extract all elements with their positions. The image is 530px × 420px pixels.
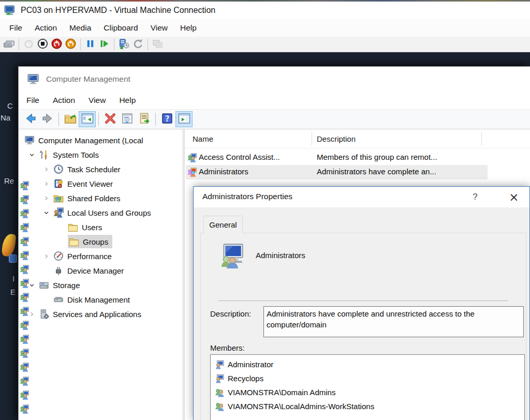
cell-description: Members of this group can remot... [317,153,437,161]
group-pc-icon [20,321,29,330]
properties-button[interactable] [119,111,136,127]
group-pc-icon [20,307,29,316]
group-pc-icon [20,265,29,274]
back-button[interactable] [22,111,39,127]
description-label: Description: [210,309,251,318]
tree-item-label: Event Viewer [67,179,113,188]
tree-item-task-scheduler[interactable]: Task Scheduler [19,162,183,176]
column-header-name[interactable]: Name [193,134,213,143]
members-label: Members: [210,343,245,352]
user-pc-icon [215,360,224,369]
forward-button[interactable] [39,111,56,127]
save-button[interactable] [64,37,78,51]
dialog-help-button[interactable]: ? [466,189,484,205]
delete-button[interactable] [101,111,119,127]
tree-item-label: Services and Applications [53,310,141,319]
reset-button[interactable] [97,37,111,51]
cm-menu-view[interactable]: View [82,91,112,109]
tree-item-storage[interactable]: Storage [19,278,183,292]
dialog-title: Administrators Properties [202,192,292,201]
description-field[interactable]: Administrators have complete and unrestr… [263,306,524,337]
list-row-access-control-assist[interactable]: Access Control Assist...Members of this … [185,151,530,165]
group-icon [215,388,224,397]
action-pane-button[interactable] [175,111,193,127]
enhanced-session-icon [152,38,163,51]
reset-icon [99,38,110,51]
disk-icon [53,294,64,305]
expander-spacer [39,295,53,304]
tree-item-performance[interactable]: Performance [19,249,183,263]
vmconnect-menu-help[interactable]: Help [174,19,203,37]
vmconnect-menu-file[interactable]: File [3,19,28,37]
list-row-administrators[interactable]: AdministratorsAdministrators have comple… [185,165,530,179]
up-folder-button[interactable] [62,111,79,127]
column-divider[interactable] [481,132,482,145]
tree-item-label: Groups [83,237,108,246]
member-row-viamonstra-localadmins-workstations[interactable]: VIAMONSTRA\LocalAdmins-WorkStations [211,399,524,413]
tree-item-groups[interactable]: Groups [19,234,183,249]
tree-item-disk-management[interactable]: Disk Management [19,292,183,307]
members-listbox[interactable]: AdministratorRecyclopsVIAMONSTRA\Domain … [210,354,525,420]
user-pc-icon [215,374,224,383]
tree-item-services-and-applications[interactable]: Services and Applications [19,307,183,321]
tree-item-label: Disk Management [67,295,130,304]
group-pc-icon [20,181,29,190]
vmconnect-menu-media[interactable]: Media [63,19,97,37]
tree-item-label: Local Users and Groups [67,208,151,217]
group-pc-icon [20,237,29,246]
group-pc-icon [20,349,29,358]
revert-button[interactable] [131,37,145,51]
group-pc-icon [20,209,29,218]
member-row-viamonstra-domain-admins[interactable]: VIAMONSTRA\Domain Admins [211,385,524,399]
group-pc-icon [20,404,29,414]
chevron-right-icon[interactable] [39,194,53,202]
cm-menu-action[interactable]: Action [46,91,82,109]
cm-menu-help[interactable]: Help [112,91,142,109]
chevron-right-icon[interactable] [39,179,53,188]
column-divider[interactable] [312,132,312,145]
chevron-down-icon[interactable] [24,151,39,159]
chevron-right-icon[interactable] [39,252,53,260]
pause-button[interactable] [83,37,97,51]
shut-down-icon [51,38,62,51]
console-tree-button[interactable] [79,111,96,127]
vmconnect-menu-view[interactable]: View [144,19,174,37]
toolbar-separator [80,39,81,50]
desktop-icon-fragment [9,254,17,263]
tree-item-system-tools[interactable]: System Tools [19,147,183,162]
turn-off-button[interactable] [36,37,50,51]
column-header-description[interactable]: Description [317,134,356,143]
help-button[interactable]: ? [158,111,175,127]
tree-item-computer-management-local[interactable]: Computer Management (Local [19,133,183,147]
group-pc-icon [20,391,29,400]
console-tree-pane: Computer Management (LocalSystem ToolsTa… [19,129,183,420]
checkpoint-button[interactable] [117,37,131,51]
tab-page-general: Administrators Description: Administrato… [200,233,526,420]
chevron-right-icon[interactable] [39,165,53,173]
enhanced-session-button[interactable] [151,37,165,51]
shut-down-button[interactable] [50,37,64,51]
tree-item-local-users-and-groups[interactable]: Local Users and Groups [19,205,183,220]
cell-name: Administrators [199,167,310,176]
svg-text:?: ? [165,114,169,124]
member-row-recyclops[interactable]: Recyclops [211,371,524,385]
vmconnect-title: PC03 on HYPERVAMD - Virtual Machine Conn… [21,6,215,15]
tree-item-users[interactable]: Users [19,220,183,234]
tree-item-event-viewer[interactable]: Event Viewer [19,176,183,191]
tree-item-device-manager[interactable]: Device Manager [19,263,183,278]
cm-menu-file[interactable]: File [20,91,46,109]
tab-general[interactable]: General [203,216,243,233]
tree-item-label: Computer Management (Local [38,136,143,145]
expander-spacer [53,223,68,231]
group-icon [215,402,224,411]
vmconnect-menu-action[interactable]: Action [28,19,63,37]
vmconnect-menu-clipboard[interactable]: Clipboard [97,19,144,37]
tree-item-shared-folders[interactable]: Shared Folders [19,191,183,205]
dialog-close-button[interactable]: × [502,188,526,206]
start-button[interactable] [22,37,36,51]
chevron-down-icon[interactable] [39,208,53,217]
member-row-administrator[interactable]: Administrator [211,357,524,371]
ctrl-alt-del-button[interactable] [2,37,16,51]
export-list-button[interactable] [136,111,153,127]
member-name: Recyclops [228,374,263,383]
